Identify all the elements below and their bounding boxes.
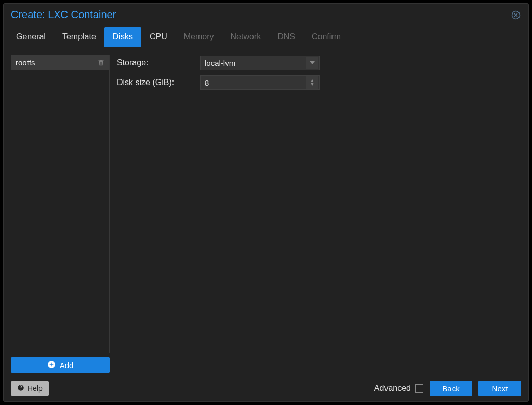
create-lxc-window: Create: LXC Container General Template D… — [3, 3, 529, 402]
chevron-down-icon[interactable] — [306, 57, 318, 69]
tab-memory: Memory — [176, 27, 222, 47]
tab-network: Network — [222, 27, 270, 47]
wizard-tabs: General Template Disks CPU Memory Networ… — [4, 25, 528, 47]
add-button-label: Add — [60, 361, 74, 370]
advanced-checkbox[interactable] — [415, 384, 423, 393]
wizard-footer: Help Advanced Back Next — [4, 375, 528, 401]
disk-size-input[interactable]: ▲ ▼ — [200, 75, 320, 90]
tab-confirm: Confirm — [303, 27, 349, 47]
tab-general[interactable]: General — [8, 27, 54, 47]
trash-icon[interactable] — [97, 59, 105, 66]
plus-circle-icon — [47, 360, 56, 370]
titlebar: Create: LXC Container — [4, 4, 528, 25]
help-icon — [17, 384, 24, 393]
back-button-label: Back — [442, 384, 459, 393]
disk-list-panel: rootfs Add — [11, 55, 110, 373]
storage-label: Storage: — [117, 58, 200, 68]
tab-cpu[interactable]: CPU — [141, 27, 176, 47]
spinner-down-icon[interactable]: ▼ — [310, 83, 315, 86]
advanced-toggle: Advanced — [374, 384, 423, 393]
window-title: Create: LXC Container — [11, 9, 116, 21]
disk-size-label: Disk size (GiB): — [117, 78, 200, 87]
disk-list: rootfs — [11, 55, 110, 353]
disk-size-row: Disk size (GiB): ▲ ▼ — [117, 75, 521, 90]
disk-size-value[interactable] — [205, 78, 315, 87]
spinner-icon[interactable]: ▲ ▼ — [306, 76, 318, 89]
tab-template[interactable]: Template — [54, 27, 104, 47]
tab-dns: DNS — [269, 27, 303, 47]
help-button[interactable]: Help — [11, 381, 49, 396]
back-button[interactable]: Back — [430, 381, 472, 396]
add-disk-button[interactable]: Add — [11, 357, 110, 373]
advanced-label: Advanced — [374, 384, 411, 393]
close-icon[interactable] — [511, 10, 521, 20]
next-button-label: Next — [492, 384, 508, 393]
wizard-body: rootfs Add Storage: — [4, 47, 528, 375]
disk-list-item-label: rootfs — [16, 58, 35, 67]
storage-value[interactable] — [205, 59, 315, 68]
disk-list-item-rootfs[interactable]: rootfs — [11, 55, 109, 70]
next-button[interactable]: Next — [478, 381, 521, 396]
tab-disks[interactable]: Disks — [104, 27, 141, 47]
storage-row: Storage: — [117, 56, 521, 70]
help-button-label: Help — [28, 384, 43, 393]
disk-form: Storage: Disk size (GiB): ▲ ▼ — [117, 55, 521, 373]
storage-select[interactable] — [200, 56, 320, 70]
